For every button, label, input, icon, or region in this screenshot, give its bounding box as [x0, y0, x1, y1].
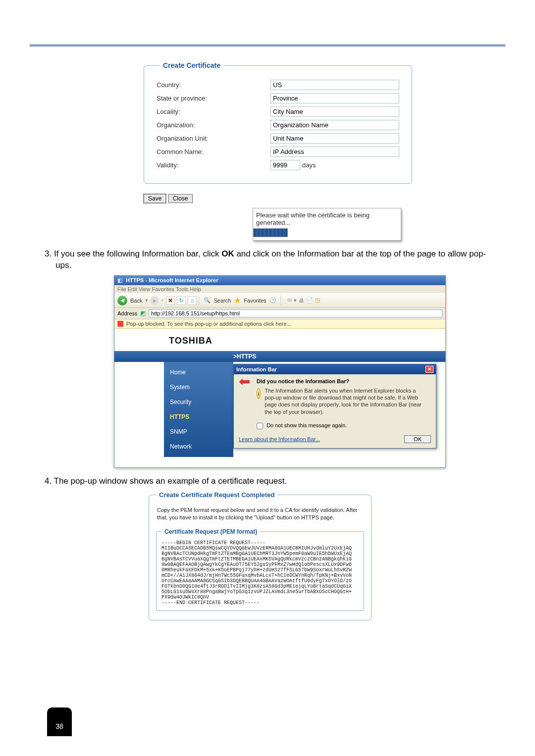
state-label: State or province: [157, 95, 270, 102]
favorites-icon[interactable]: ★ [234, 296, 241, 305]
ie-address-bar: Address ◩ [114, 308, 445, 319]
dialog-title: Information Bar [236, 366, 277, 372]
ie-toolbar: ◄ Back ▾ ► ▾ ✖ ↻ ⌂ 🔍 Search ★ Favorites … [114, 293, 445, 308]
progress-text: Please wait while the certificate is bei… [253, 208, 401, 228]
locality-label: Locality: [157, 108, 270, 115]
locality-input[interactable] [270, 106, 399, 117]
arrow-icon: ⬅ [239, 378, 250, 385]
ie-content: TOSHIBA >HTTPS Home System Security HTTP… [114, 329, 445, 467]
sidebar-menu: Home System Security HTTPS SNMP Network [164, 362, 233, 457]
information-bar-dialog: Information Bar ✕ ⬅ Did you notice the I… [233, 364, 436, 449]
favorites-label[interactable]: Favorites [244, 298, 266, 303]
org-label: Organization: [157, 121, 270, 129]
certificate-request-panel: Create Certificate Request Completed Cop… [149, 491, 372, 620]
back-label[interactable]: Back [130, 298, 142, 303]
pem-text: -----BEGIN CERTIFICATE REQUEST----- MIIB… [161, 540, 359, 605]
header-rule [30, 45, 505, 47]
forward-icon[interactable]: ► [150, 296, 159, 305]
country-input[interactable] [270, 80, 399, 90]
cert-request-legend: Create Certificate Request Completed [156, 491, 277, 499]
address-input[interactable] [149, 309, 442, 317]
state-input[interactable] [270, 93, 399, 103]
create-certificate-panel: Create Certificate Country: State or pro… [144, 61, 412, 184]
ie-title-text: HTTPS - Microsoft Internet Explorer [126, 277, 218, 283]
sidebar-item-network[interactable]: Network [164, 439, 233, 454]
dialog-question: Did you notice the Information Bar? [257, 378, 425, 384]
close-button[interactable]: Close [168, 194, 193, 203]
ie-app-icon: ◧ [117, 277, 122, 283]
validity-input[interactable] [270, 160, 300, 170]
search-label[interactable]: Search [214, 298, 231, 303]
ie-window: ◧ HTTPS - Microsoft Internet Explorer Fi… [114, 275, 446, 468]
home-icon[interactable]: ⌂ [188, 296, 197, 305]
step4-text: 4. The pop-up window shows an example of… [45, 476, 490, 487]
page-icon: ◩ [140, 310, 146, 317]
discuss-icon[interactable]: ◳ [315, 297, 320, 303]
ie-title: ◧ HTTPS - Microsoft Internet Explorer [114, 276, 445, 285]
create-certificate-legend: Create Certificate [159, 61, 224, 69]
sidebar-item-https[interactable]: HTTPS [164, 409, 233, 424]
sidebar-item-system[interactable]: System [164, 380, 233, 395]
search-icon[interactable]: 🔍 [204, 297, 211, 303]
close-icon[interactable]: ✕ [426, 366, 433, 373]
dont-show-label: Do not show this message again. [267, 422, 347, 428]
info-icon: i [257, 388, 261, 399]
learn-link[interactable]: Learn about the Information Bar... [239, 436, 320, 442]
step3-text: 3. If you see the following Information … [45, 249, 490, 271]
popup-blocked-icon [117, 321, 123, 327]
ok-button[interactable]: OK [404, 435, 431, 443]
pem-format-legend: Certificate Request (PEM format) [161, 528, 260, 535]
progress-bar [253, 228, 288, 237]
brand-logo: TOSHIBA [114, 329, 445, 351]
print-icon[interactable]: 🖶 [299, 298, 304, 303]
progress-panel: Please wait while the certificate is bei… [253, 208, 401, 241]
page-section-title: >HTTPS [114, 351, 445, 362]
sidebar-item-security[interactable]: Security [164, 395, 233, 409]
org-input[interactable] [270, 120, 399, 130]
address-label: Address [117, 310, 137, 316]
cert-request-intro: Copy the PEM format request below and se… [157, 506, 363, 521]
common-input[interactable] [270, 147, 399, 157]
infobar-text: Pop-up blocked. To see this pop-up or ad… [126, 321, 291, 327]
dialog-body-text: The Information Bar alerts you when Inte… [265, 387, 425, 415]
history-icon[interactable]: 🕑 [269, 297, 276, 303]
ie-menu-bar[interactable]: File Edit View Favorites Tools Help [114, 285, 445, 293]
ounit-input[interactable] [270, 133, 399, 144]
refresh-icon[interactable]: ↻ [177, 296, 186, 305]
save-button[interactable]: Save [144, 194, 166, 203]
page-number: 38 [47, 707, 72, 736]
country-label: Country: [157, 81, 270, 89]
sidebar-item-home[interactable]: Home [164, 365, 233, 380]
days-label: days [302, 161, 316, 169]
validity-label: Validity: [157, 161, 270, 169]
ounit-label: Organization Unit: [157, 135, 270, 142]
back-icon[interactable]: ◄ [117, 296, 127, 305]
edit-icon[interactable]: 📄 [306, 297, 313, 303]
ie-information-bar[interactable]: Pop-up blocked. To see this pop-up or ad… [114, 319, 445, 329]
sidebar-item-snmp[interactable]: SNMP [164, 424, 233, 439]
common-label: Common Name: [157, 148, 270, 155]
stop-icon[interactable]: ✖ [166, 296, 175, 305]
pem-format-fieldset: Certificate Request (PEM format) -----BE… [156, 528, 364, 611]
dont-show-checkbox[interactable] [257, 423, 263, 429]
mail-icon[interactable]: ✉ [287, 297, 292, 303]
